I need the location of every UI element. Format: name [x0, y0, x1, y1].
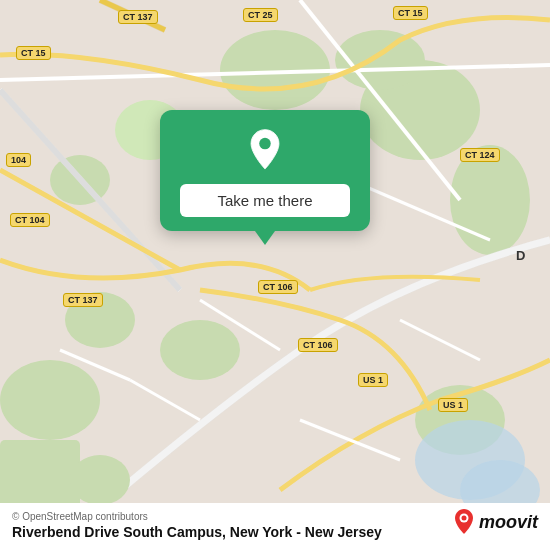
svg-line-22 — [130, 380, 200, 420]
svg-point-30 — [461, 516, 466, 521]
label-ct15-top: CT 15 — [393, 6, 428, 20]
moovit-logo: moovit — [453, 508, 538, 536]
label-ct104: CT 104 — [10, 213, 50, 227]
svg-point-27 — [70, 455, 130, 505]
svg-point-3 — [0, 360, 100, 440]
svg-point-28 — [259, 138, 271, 150]
map-container: CT 137 CT 25 CT 15 104 CT 104 CT 124 CT … — [0, 0, 550, 550]
bottom-bar: © OpenStreetMap contributors Riverbend D… — [0, 503, 550, 550]
popup-card: Take me there — [160, 110, 370, 231]
location-label: Riverbend Drive South Campus, New York -… — [12, 524, 382, 540]
label-ct106-2: CT 106 — [298, 338, 338, 352]
label-us1-1: US 1 — [358, 373, 388, 387]
label-ct137-top: CT 137 — [118, 10, 158, 24]
svg-point-8 — [160, 320, 240, 380]
label-104: 104 — [6, 153, 31, 167]
take-me-there-button[interactable]: Take me there — [180, 184, 350, 217]
label-ct124: CT 124 — [460, 148, 500, 162]
map-svg — [0, 0, 550, 550]
moovit-brand-text: moovit — [479, 512, 538, 533]
label-ct137-bot: CT 137 — [63, 293, 103, 307]
label-ct106-1: CT 106 — [258, 280, 298, 294]
label-ct25: CT 25 — [243, 8, 278, 22]
label-ct15-left: CT 15 — [16, 46, 51, 60]
location-pin-icon — [242, 128, 288, 174]
label-us1-2: US 1 — [438, 398, 468, 412]
svg-line-20 — [400, 320, 480, 360]
moovit-pin-icon — [453, 508, 475, 536]
label-d: D — [516, 248, 525, 263]
